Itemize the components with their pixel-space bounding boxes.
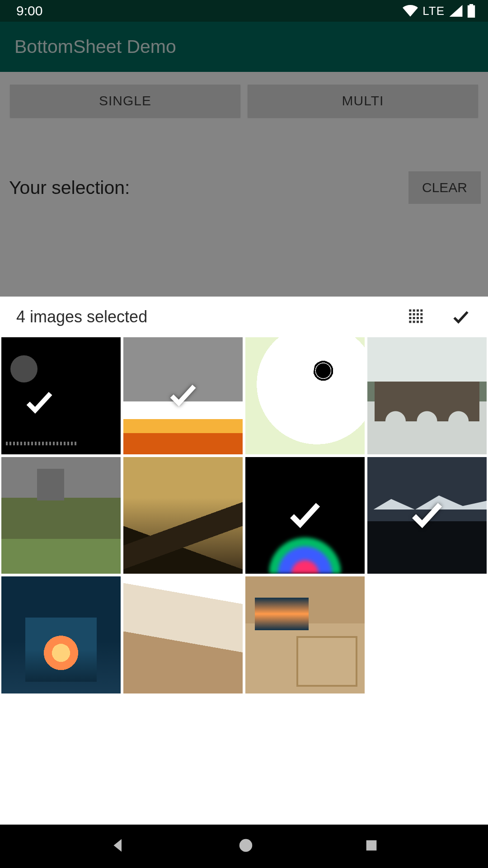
svg-rect-0 bbox=[409, 309, 411, 311]
check-icon bbox=[451, 307, 471, 327]
svg-rect-13 bbox=[413, 321, 415, 323]
recents-icon bbox=[364, 838, 379, 853]
status-right: LTE bbox=[403, 4, 475, 18]
network-label: LTE bbox=[422, 4, 445, 18]
modal-scrim[interactable] bbox=[0, 22, 488, 297]
image-thumb[interactable] bbox=[123, 457, 243, 574]
image-thumb[interactable] bbox=[245, 576, 365, 693]
image-thumb[interactable] bbox=[1, 337, 121, 454]
svg-rect-14 bbox=[417, 321, 419, 323]
svg-rect-8 bbox=[409, 317, 411, 319]
svg-rect-3 bbox=[420, 309, 422, 311]
navigation-bar bbox=[0, 825, 488, 868]
image-thumb[interactable] bbox=[123, 576, 243, 693]
nav-back-button[interactable] bbox=[109, 836, 128, 857]
svg-rect-5 bbox=[413, 313, 415, 316]
svg-rect-7 bbox=[420, 313, 422, 316]
svg-rect-12 bbox=[409, 321, 411, 323]
selected-check-icon bbox=[408, 495, 446, 536]
cell-signal-icon bbox=[449, 5, 463, 17]
image-thumb[interactable] bbox=[367, 337, 487, 454]
status-time: 9:00 bbox=[16, 3, 42, 19]
image-thumb[interactable] bbox=[367, 457, 487, 574]
image-thumb[interactable] bbox=[1, 576, 121, 693]
back-icon bbox=[109, 836, 128, 855]
sheet-title: 4 images selected bbox=[16, 307, 389, 326]
battery-icon bbox=[467, 4, 475, 18]
svg-rect-6 bbox=[417, 313, 419, 316]
image-grid bbox=[0, 337, 488, 825]
image-thumb[interactable] bbox=[1, 457, 121, 574]
nav-home-button[interactable] bbox=[237, 837, 254, 856]
svg-rect-1 bbox=[413, 309, 415, 311]
svg-point-16 bbox=[239, 839, 253, 852]
grid-view-button[interactable] bbox=[400, 301, 433, 333]
nav-recents-button[interactable] bbox=[364, 838, 379, 855]
svg-rect-15 bbox=[420, 321, 422, 323]
selected-check-icon bbox=[166, 378, 200, 413]
svg-rect-4 bbox=[409, 313, 411, 316]
svg-rect-10 bbox=[417, 317, 419, 319]
sheet-header: 4 images selected bbox=[0, 297, 488, 337]
wifi-icon bbox=[403, 5, 418, 17]
image-thumb[interactable] bbox=[245, 337, 365, 454]
status-bar: 9:00 LTE bbox=[0, 0, 488, 22]
image-thumb[interactable] bbox=[123, 337, 243, 454]
svg-rect-2 bbox=[417, 309, 419, 311]
selected-check-icon bbox=[286, 495, 324, 536]
home-icon bbox=[237, 837, 254, 854]
selected-check-icon bbox=[23, 385, 56, 420]
bottom-sheet: 4 images selected bbox=[0, 297, 488, 825]
svg-rect-11 bbox=[420, 317, 422, 319]
svg-rect-17 bbox=[366, 840, 377, 851]
image-thumb[interactable] bbox=[245, 457, 365, 574]
svg-rect-9 bbox=[413, 317, 415, 319]
confirm-button[interactable] bbox=[445, 301, 477, 333]
grid-icon bbox=[408, 308, 426, 326]
